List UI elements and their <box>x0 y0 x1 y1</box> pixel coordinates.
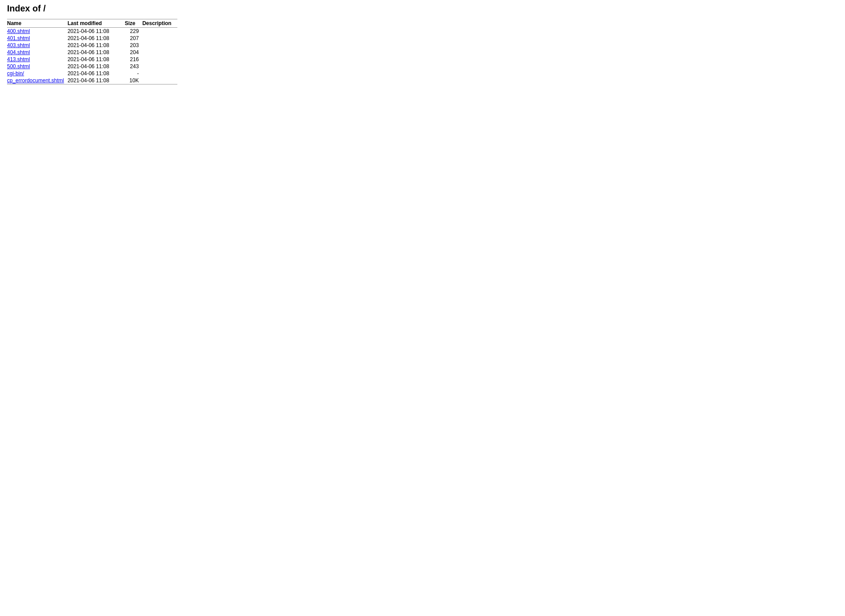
file-size-cell: 243 <box>125 63 142 70</box>
table-row: cgi-bin/2021-04-06 11:08- <box>7 70 177 77</box>
file-desc-cell <box>142 63 177 70</box>
file-name-cell: 401.shtml <box>7 35 67 42</box>
file-desc-cell <box>142 35 177 42</box>
table-row: 404.shtml2021-04-06 11:08204 <box>7 49 177 56</box>
file-date-cell: 2021-04-06 11:08 <box>67 56 125 63</box>
file-size-cell: 229 <box>125 28 142 35</box>
desc-sort-link[interactable]: Description <box>142 20 171 26</box>
file-size-cell: 203 <box>125 42 142 49</box>
file-size-cell: - <box>125 70 142 77</box>
file-link[interactable]: cp_errordocument.shtml <box>7 77 64 84</box>
file-link[interactable]: cgi-bin/ <box>7 70 24 77</box>
file-link[interactable]: 401.shtml <box>7 35 30 41</box>
col-header-name[interactable]: Name <box>7 19 67 28</box>
file-link[interactable]: 413.shtml <box>7 56 30 62</box>
file-desc-cell <box>142 28 177 35</box>
file-link[interactable]: 400.shtml <box>7 28 30 34</box>
date-sort-link[interactable]: Last modified <box>67 20 102 26</box>
col-header-size[interactable]: Size <box>125 19 142 28</box>
file-name-cell: cgi-bin/ <box>7 70 67 77</box>
file-date-cell: 2021-04-06 11:08 <box>67 63 125 70</box>
file-date-cell: 2021-04-06 11:08 <box>67 28 125 35</box>
file-name-cell: 400.shtml <box>7 28 67 35</box>
file-date-cell: 2021-04-06 11:08 <box>67 77 125 84</box>
file-size-cell: 10K <box>125 77 142 84</box>
file-desc-cell <box>142 49 177 56</box>
file-desc-cell <box>142 77 177 84</box>
file-date-cell: 2021-04-06 11:08 <box>67 35 125 42</box>
file-date-cell: 2021-04-06 11:08 <box>67 49 125 56</box>
file-size-cell: 207 <box>125 35 142 42</box>
file-link[interactable]: 500.shtml <box>7 63 30 70</box>
file-desc-cell <box>142 70 177 77</box>
file-name-cell: 500.shtml <box>7 63 67 70</box>
table-row: 500.shtml2021-04-06 11:08243 <box>7 63 177 70</box>
file-name-cell: cp_errordocument.shtml <box>7 77 67 84</box>
file-size-cell: 204 <box>125 49 142 56</box>
table-row: 403.shtml2021-04-06 11:08203 <box>7 42 177 49</box>
file-size-cell: 216 <box>125 56 142 63</box>
page-title: Index of / <box>7 4 838 14</box>
file-desc-cell <box>142 56 177 63</box>
file-name-cell: 403.shtml <box>7 42 67 49</box>
table-row: 401.shtml2021-04-06 11:08207 <box>7 35 177 42</box>
file-desc-cell <box>142 42 177 49</box>
file-name-cell: 413.shtml <box>7 56 67 63</box>
col-header-last-modified[interactable]: Last modified <box>67 19 125 28</box>
file-link[interactable]: 403.shtml <box>7 42 30 48</box>
table-row: 400.shtml2021-04-06 11:08229 <box>7 28 177 35</box>
table-header-row: Name Last modified Size Description <box>7 19 177 28</box>
name-sort-link[interactable]: Name <box>7 20 22 26</box>
col-header-description[interactable]: Description <box>142 19 177 28</box>
file-date-cell: 2021-04-06 11:08 <box>67 70 125 77</box>
file-listing-table: Name Last modified Size Description 400.… <box>7 19 177 84</box>
file-link[interactable]: 404.shtml <box>7 49 30 55</box>
table-row: 413.shtml2021-04-06 11:08216 <box>7 56 177 63</box>
file-name-cell: 404.shtml <box>7 49 67 56</box>
file-date-cell: 2021-04-06 11:08 <box>67 42 125 49</box>
table-row: cp_errordocument.shtml2021-04-06 11:0810… <box>7 77 177 84</box>
size-sort-link[interactable]: Size <box>125 20 135 26</box>
